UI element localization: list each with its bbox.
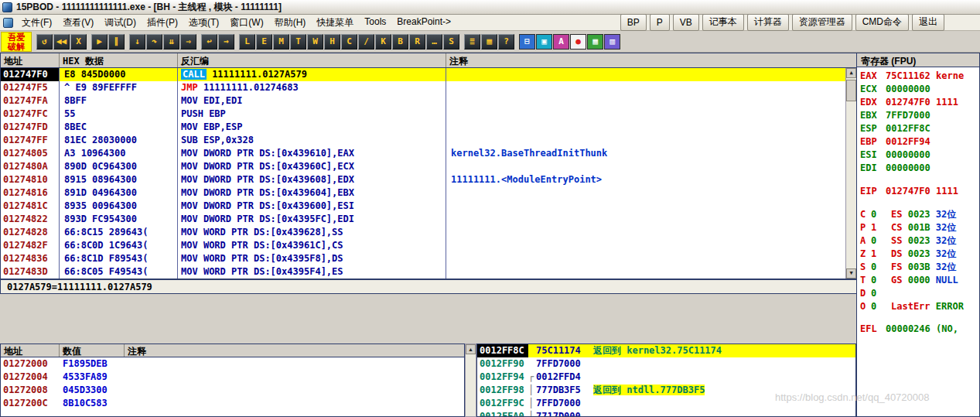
quick-button-2[interactable]: P [650,14,670,31]
menu-item-1[interactable]: 文件(F) [16,15,57,31]
menu-item-8[interactable]: 快捷菜单 [311,15,359,31]
disasm-row[interactable]: 0127482866:8C15 289643(MOV WORD PTR DS:[… [1,226,856,239]
threads-window-button[interactable]: T [290,34,306,50]
run-trace-window-button[interactable]: … [426,34,442,50]
menu-item-2[interactable]: 查看(V) [57,15,99,31]
step-back-button[interactable]: ◀◀ [53,34,70,50]
menu-item-10[interactable]: BreakPoint-> [391,15,456,31]
dump-row[interactable]: 01272000F1895DEB [1,357,464,371]
disasm-row[interactable]: 01274816891D 04964300MOV DWORD PTR DS:[0… [1,186,856,200]
pause-button[interactable]: ∥ [108,34,125,50]
disasm-row[interactable]: 0127483666:8C1D F89543(MOV WORD PTR DS:[… [1,252,856,265]
plugin-button-2[interactable]: ▣ [536,34,552,50]
disasm-row[interactable]: 012747FD8BECMOV EBP,ESP [1,121,856,134]
disasm-row[interactable]: 0127480A890D 0C964300MOV DWORD PTR DS:[0… [1,160,856,173]
animate-into-button[interactable]: ⇊ [163,34,179,50]
references-window-button[interactable]: R [409,34,425,50]
register-row[interactable]: ESP0012FF8C [860,122,979,135]
disasm-row[interactable]: 01274805A3 10964300MOV DWORD PTR DS:[0x4… [1,147,856,160]
stack-row[interactable]: 0012FF907FFD7000 [477,357,855,371]
restart-button[interactable]: ↺ [36,34,53,50]
handles-window-button[interactable]: H [324,34,340,50]
column-header-address[interactable]: 地址 [1,53,60,67]
flag-row[interactable]: O0LastErr ERROR [860,300,979,313]
scroll-up-icon[interactable]: ▲ [466,344,476,354]
menu-item-7[interactable]: 帮助(H) [269,15,312,31]
scroll-up-icon[interactable]: ▲ [846,68,856,78]
scroll-down-icon[interactable]: ▼ [846,268,856,279]
menu-item-3[interactable]: 调试(D) [99,15,142,31]
register-row[interactable]: ESI00000000 [860,149,979,162]
plugin-button-5[interactable]: ▦ [587,34,603,50]
plugin-button-3[interactable]: A [553,34,569,50]
dump-scrollbar[interactable]: ▲ [465,344,476,417]
call-stack-window-button[interactable]: K [375,34,391,50]
child-window-icon[interactable] [3,18,13,28]
register-row[interactable]: EBX7FFD7000 [860,109,979,122]
flag-row[interactable]: A0SS 0023 32位 [860,234,979,248]
menu-item-6[interactable]: 窗口(W) [224,15,268,31]
register-row[interactable]: EDI00000000 [860,162,979,175]
animate-over-button[interactable]: ⇒ [180,34,196,50]
memory-window-button[interactable]: M [273,34,289,50]
quick-button-3[interactable]: VB [673,14,699,31]
quick-button-4[interactable]: 记事本 [702,14,744,31]
quick-button-8[interactable]: 退出 [912,14,944,31]
disasm-row[interactable]: 0127481C8935 00964300MOV DWORD PTR DS:[0… [1,200,856,213]
disasm-row[interactable]: 012747FF81EC 28030000SUB ESP,0x328 [1,134,856,147]
run-button[interactable]: ▶ [91,34,108,50]
executables-window-button[interactable]: E [256,34,272,50]
column-header-hex[interactable]: HEX 数据 [60,53,178,67]
dump-header-value[interactable]: 数值 [60,344,125,357]
quick-button-7[interactable]: CMD命令 [855,14,909,31]
flag-row[interactable]: T0GS 0000 NULL [860,274,979,287]
register-row[interactable]: EDX012747F0 1111 [860,96,979,109]
flag-row[interactable]: Z1DS 0023 32位 [860,248,979,261]
step-over-button[interactable]: ↷ [146,34,162,50]
disasm-row[interactable]: 01274822893D FC954300MOV DWORD PTR DS:[0… [1,213,856,226]
menu-item-9[interactable]: Tools [359,15,391,31]
disasm-row[interactable]: 012747FA8BFFMOV EDI,EDI [1,94,856,108]
scrollbar-thumb[interactable] [846,80,856,101]
disasm-row[interactable]: 012748108915 08964300MOV DWORD PTR DS:[0… [1,173,856,186]
disasm-row[interactable]: 012747FC55PUSH EBP [1,108,856,121]
cpu-window-button[interactable]: C [341,34,357,50]
flag-row[interactable]: D0 [860,287,979,300]
quick-button-5[interactable]: 计算器 [747,14,789,31]
plugin-button-6[interactable]: ▥ [604,34,620,50]
quick-button-6[interactable]: 资源管理器 [792,14,852,31]
register-row[interactable]: EBP0012FF94 [860,135,979,149]
titlebar[interactable]: 15PBOD - 11111111111111.exe - [BH - 主线程 … [0,0,980,15]
column-header-comment[interactable]: 注释 [446,53,856,67]
source-window-button[interactable]: S [443,34,459,50]
dump-row[interactable]: 0127200C8B10C583 [1,397,464,410]
dump-header-comment[interactable]: 注释 [125,344,464,357]
dump-header-address[interactable]: 地址 [1,344,60,357]
plugin-button-1[interactable]: ⊟ [519,34,535,50]
go-to-address-button[interactable]: → [218,34,234,50]
register-row[interactable]: EAX75C11162 kerne [860,70,979,83]
stack-row[interactable]: 0012FF8C75C11174返回到 kernel32.75C11174 [477,344,855,357]
windows-window-button[interactable]: W [307,34,323,50]
patches-window-button[interactable]: / [358,34,374,50]
disasm-row[interactable]: 012747F0E8 845D0000CALL 11111111.0127A57… [1,68,856,81]
stack-row[interactable]: 0012FF94┌0012FFD4 [477,371,855,384]
plugin-button-4[interactable]: ● [570,34,586,50]
register-row[interactable]: EFL00000246 (NO, [860,323,979,336]
column-header-disassembly[interactable]: 反汇编 [178,53,446,67]
log-window-button[interactable]: L [239,34,255,50]
help-button[interactable]: ? [498,34,514,50]
stack-row[interactable]: 0012FFA0│7717D000 [477,410,855,417]
stack-row[interactable]: 0012FF98│777DB3F5返回到 ntdll.777DB3F5 [477,384,855,397]
quick-button-1[interactable]: BP [620,14,647,31]
execute-till-return-button[interactable]: ↩ [201,34,217,50]
flag-row[interactable]: S0FS 003B 32位 [860,261,979,274]
disassembly-scrollbar[interactable]: ▲ ▼ [845,68,856,279]
menu-item-4[interactable]: 插件(P) [142,15,183,31]
options-button[interactable]: ≣ [464,34,480,50]
register-row[interactable]: EIP012747F0 1111 [860,185,979,198]
breakpoints-window-button[interactable]: B [392,34,408,50]
flag-row[interactable]: C0ES 0023 32位 [860,208,979,221]
register-row[interactable]: ECX00000000 [860,83,979,96]
dump-row[interactable]: 012720044533FA89 [1,371,464,384]
